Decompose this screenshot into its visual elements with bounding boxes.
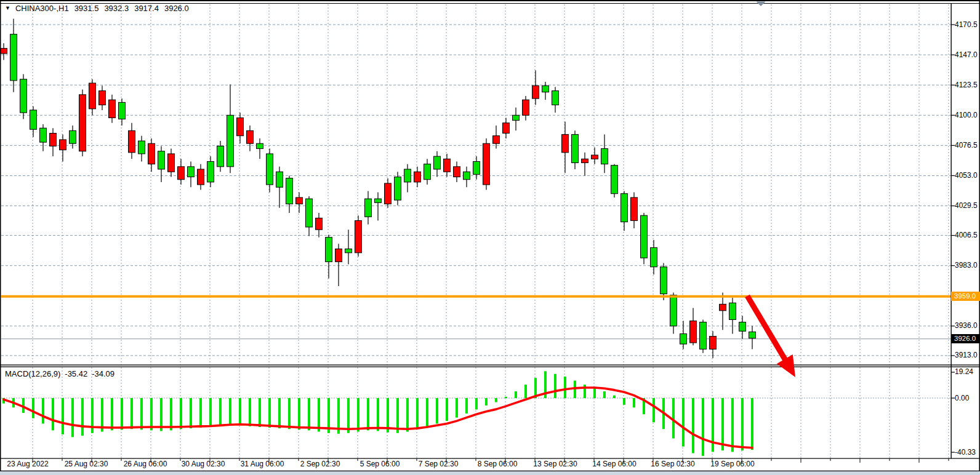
ohlc-low: 3917.4 — [134, 4, 159, 13]
macd-main-value: -35.42 — [65, 369, 87, 378]
macd-label: MACD(12,26,9)-35.42-34.09 — [5, 369, 114, 378]
price-tick-label: 4053.0 — [955, 171, 978, 180]
pane-separator[interactable] — [0, 365, 980, 365]
macd-signal-value: -34.09 — [92, 369, 114, 378]
level-price-tag: 3959.0 — [951, 292, 980, 301]
price-tick-label: 4170.5 — [955, 20, 978, 30]
price-tick-label: 3983.0 — [955, 261, 978, 270]
ohlc-close: 3926.0 — [164, 4, 189, 13]
window-top-border — [0, 0, 980, 1]
symbol-timeframe-label: CHINA300-,H1 — [15, 4, 69, 13]
macd-indicator-pane[interactable] — [1, 367, 951, 458]
macd-indicator-name: MACD(12,26,9) — [5, 369, 60, 378]
macd-tick-label: -40.33 — [955, 448, 976, 457]
price-tick-label: 3936.0 — [955, 321, 978, 330]
price-tick-label: 4029.5 — [955, 201, 978, 210]
price-tick-label: 4100.0 — [955, 111, 978, 120]
ohlc-open: 3931.5 — [74, 4, 99, 13]
chart-title: ▼CHINA300-,H13931.53932.33917.43926.0 — [5, 4, 189, 13]
symbol-dropdown-icon[interactable]: ▼ — [5, 5, 10, 11]
main-chart-pane[interactable] — [1, 4, 951, 364]
price-tick-label: 4147.0 — [955, 50, 978, 60]
window-bottom-border — [0, 471, 980, 471]
macd-tick-label: 0.00 — [955, 394, 969, 403]
ohlc-high: 3932.3 — [104, 4, 129, 13]
price-tick-label: 4123.5 — [955, 81, 978, 90]
time-tick-label: 19 Sep 06:00 — [693, 460, 773, 468]
window-bottom-strip — [0, 471, 980, 475]
price-tick-label: 3913.0 — [955, 351, 978, 360]
current-price-tag: 3926.0 — [951, 334, 980, 343]
price-tick-label: 4006.5 — [955, 231, 978, 240]
chart-window: ▼CHINA300-,H13931.53932.33917.43926.0 MA… — [0, 0, 980, 475]
price-tick-label: 4076.5 — [955, 141, 978, 150]
macd-tick-label: 19.24 — [955, 367, 973, 377]
